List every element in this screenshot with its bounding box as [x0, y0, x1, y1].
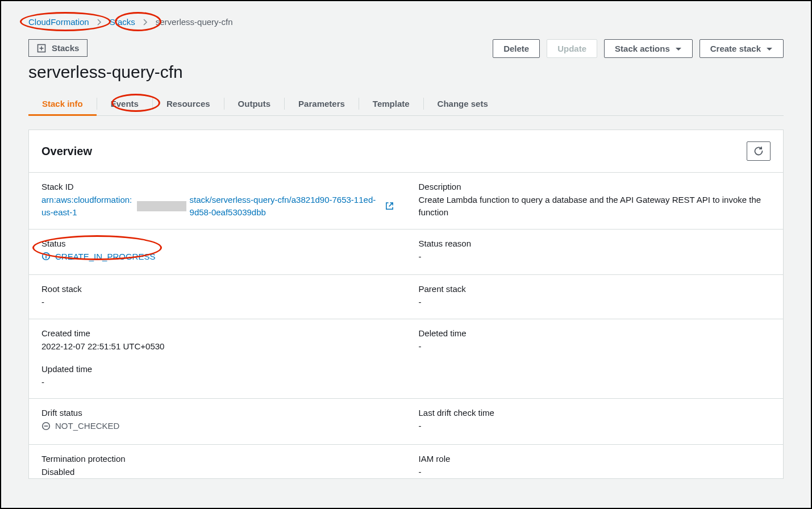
svg-rect-6: [45, 256, 47, 258]
description-label: Description: [419, 182, 771, 191]
iam-role-label: IAM role: [419, 454, 771, 464]
root-stack-label: Root stack: [41, 284, 394, 294]
status-label: Status: [41, 239, 394, 248]
termination-protection-label: Termination protection: [41, 454, 394, 464]
breadcrumb-current: serverless-query-cfn: [156, 17, 233, 27]
svg-point-5: [45, 254, 47, 255]
status-reason-label: Status reason: [419, 239, 771, 248]
status-indicator: CREATE_IN_PROGRESS: [41, 251, 155, 263]
stack-id-label: Stack ID: [41, 182, 394, 191]
overview-heading: Overview: [41, 145, 92, 158]
deleted-time-label: Deleted time: [419, 328, 771, 338]
drift-status-value: NOT_CHECKED: [55, 420, 119, 432]
tab-resources[interactable]: Resources: [153, 92, 224, 115]
stacks-toggle-label: Stacks: [52, 43, 79, 53]
created-time-value: 2022-12-07 22:51:51 UTC+0530: [41, 340, 394, 353]
minus-circle-icon: [41, 422, 51, 431]
stack-id-link[interactable]: arn:aws:cloudformation:us-east-1stack/se…: [41, 194, 394, 219]
tab-outputs[interactable]: Outputs: [224, 92, 285, 115]
created-time-label: Created time: [41, 328, 394, 338]
expand-panel-icon: [37, 44, 46, 53]
breadcrumb-root[interactable]: CloudFormation: [28, 17, 89, 27]
stacks-panel-toggle[interactable]: Stacks: [28, 39, 88, 57]
iam-role-value: -: [419, 466, 771, 478]
drift-status-label: Drift status: [41, 408, 394, 418]
create-stack-label: Create stack: [710, 44, 761, 53]
caret-down-icon: [766, 44, 773, 53]
tabs: Stack info Events Resources Outputs Para…: [28, 92, 784, 116]
refresh-icon: [753, 146, 764, 156]
tab-stack-info[interactable]: Stack info: [28, 92, 97, 115]
status-value: CREATE_IN_PROGRESS: [55, 251, 155, 263]
tab-template[interactable]: Template: [359, 92, 423, 115]
status-reason-value: -: [419, 251, 771, 263]
breadcrumb: CloudFormation Stacks serverless-query-c…: [28, 17, 784, 27]
updated-time-value: -: [41, 376, 394, 389]
last-drift-check-value: -: [419, 420, 771, 432]
update-button: Update: [547, 39, 597, 58]
page-header: Stacks serverless-query-cfn Delete Updat…: [28, 39, 784, 82]
tab-parameters[interactable]: Parameters: [285, 92, 359, 115]
create-stack-button[interactable]: Create stack: [699, 39, 784, 58]
redacted-account-id: [137, 201, 186, 211]
action-bar: Delete Update Stack actions Create stack: [493, 39, 784, 58]
breadcrumb-stacks[interactable]: Stacks: [110, 17, 135, 27]
info-circle-icon: [41, 252, 51, 261]
refresh-button[interactable]: [747, 141, 771, 161]
overview-panel: Overview Stack ID arn:aws:cloudformation…: [28, 130, 784, 479]
caret-down-icon: [675, 44, 682, 53]
parent-stack-label: Parent stack: [419, 284, 771, 294]
description-value: Create Lambda function to query a databa…: [419, 194, 771, 219]
external-link-icon: [385, 202, 394, 210]
page-title: serverless-query-cfn: [28, 62, 183, 82]
termination-protection-value: Disabled: [41, 466, 394, 478]
arn-prefix: arn:aws:cloudformation:us-east-1: [41, 194, 134, 219]
delete-button[interactable]: Delete: [493, 39, 540, 58]
tab-change-sets[interactable]: Change sets: [424, 92, 502, 115]
chevron-right-icon: [143, 19, 148, 26]
updated-time-label: Updated time: [41, 364, 394, 374]
root-stack-value: -: [41, 296, 394, 308]
arn-suffix: stack/serverless-query-cfn/a3821d90-7653…: [190, 194, 382, 219]
stack-actions-label: Stack actions: [615, 44, 670, 53]
stack-actions-button[interactable]: Stack actions: [604, 39, 693, 58]
drift-status-indicator: NOT_CHECKED: [41, 420, 119, 432]
chevron-right-icon: [97, 19, 102, 26]
deleted-time-value: -: [419, 340, 771, 353]
tab-events[interactable]: Events: [97, 92, 152, 115]
last-drift-check-label: Last drift check time: [419, 408, 771, 418]
parent-stack-value: -: [419, 296, 771, 308]
svg-line-3: [389, 203, 393, 207]
